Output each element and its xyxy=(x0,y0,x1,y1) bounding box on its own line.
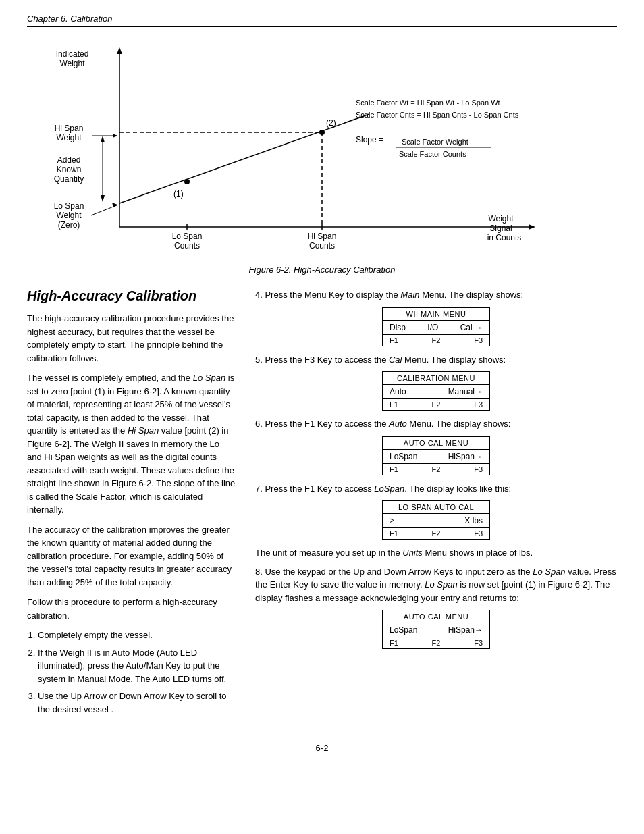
lo-span-row: > X lbs xyxy=(383,514,489,528)
menu-box-wii-main: WII MAIN MENU Disp I/O Cal → F1 F2 F3 xyxy=(382,307,490,346)
hi-span-italic: Hi Span xyxy=(128,425,159,436)
svg-point-10 xyxy=(319,130,325,135)
step-6-text: 6. Press the F1 Key to access the Auto M… xyxy=(255,417,617,431)
calibration-chart: Indicated Weight Hi Span Weight Added Kn… xyxy=(32,38,612,261)
svg-text:Hi Span: Hi Span xyxy=(308,232,337,241)
svg-text:Scale Factor Counts: Scale Factor Counts xyxy=(399,150,466,158)
step-1: Completely empty the vessel. xyxy=(38,629,236,642)
main-content: High-Accuracy Calibration The high-accur… xyxy=(27,288,617,723)
menu-box-cal: CALIBRATION MENU Auto Manual→ F1 F2 F3 xyxy=(382,371,490,411)
cal-title: CALIBRATION MENU xyxy=(383,372,489,385)
chapter-header: Chapter 6. Calibration xyxy=(27,14,617,27)
step-7-text: 7. Press the F1 Key to access LoSpan. Th… xyxy=(255,482,617,496)
svg-text:Weight: Weight xyxy=(56,133,82,142)
menu-box-auto-cal-wrap: AUTO CAL MENU LoSpan HiSpan→ F1 F2 F3 xyxy=(255,436,617,475)
wii-main-fkeys: F1 F2 F3 xyxy=(383,335,489,346)
wii-main-row: Disp I/O Cal → xyxy=(383,321,489,335)
step-3: Use the Up Arrow or Down Arrow Key to sc… xyxy=(38,689,236,716)
figure-caption: Figure 6-2. High-Accuracy Calibration xyxy=(27,265,617,275)
svg-text:Signal: Signal xyxy=(489,224,512,233)
svg-text:Lo Span: Lo Span xyxy=(172,232,203,241)
svg-text:Hi Span: Hi Span xyxy=(55,124,84,133)
menu-box-auto-cal: AUTO CAL MENU LoSpan HiSpan→ F1 F2 F3 xyxy=(382,436,490,475)
auto-cal2-row: LoSpan HiSpan→ xyxy=(383,623,489,637)
auto-cal2-fkeys: F1 F2 F3 xyxy=(383,637,489,648)
step-4-text: 4. Press the Menu Key to display the Mai… xyxy=(255,288,617,302)
svg-text:Weight: Weight xyxy=(488,214,514,224)
menu-box-lo-span-wrap: LO SPAN AUTO CAL > X lbs F1 F2 F3 xyxy=(255,500,617,540)
svg-text:Added: Added xyxy=(57,155,81,165)
menu-box-auto-cal2-wrap: AUTO CAL MENU LoSpan HiSpan→ F1 F2 F3 xyxy=(255,610,617,649)
svg-text:Weight: Weight xyxy=(59,59,85,68)
svg-text:Scale Factor Wt = Hi Span Wt -: Scale Factor Wt = Hi Span Wt - Lo Span W… xyxy=(356,99,500,107)
svg-text:in Counts: in Counts xyxy=(487,233,522,242)
step-2: If the Weigh II is in Auto Mode (Auto LE… xyxy=(38,646,236,686)
svg-marker-2 xyxy=(117,47,122,54)
page-number: 6-2 xyxy=(27,743,617,753)
svg-text:(2): (2) xyxy=(326,118,336,128)
svg-text:Counts: Counts xyxy=(174,241,200,251)
svg-marker-16 xyxy=(113,134,117,138)
svg-text:(Zero): (Zero) xyxy=(58,220,80,230)
auto-cal2-title: AUTO CAL MENU xyxy=(383,610,489,623)
svg-marker-22 xyxy=(101,195,105,202)
auto-cal-title: AUTO CAL MENU xyxy=(383,437,489,450)
wii-main-title: WII MAIN MENU xyxy=(383,308,489,321)
left-column: High-Accuracy Calibration The high-accur… xyxy=(27,288,236,723)
svg-marker-3 xyxy=(529,224,535,230)
chapter-title: Chapter 6. Calibration xyxy=(27,14,112,24)
svg-text:Counts: Counts xyxy=(309,241,335,251)
svg-marker-21 xyxy=(101,136,105,142)
section-title: High-Accuracy Calibration xyxy=(27,288,236,304)
menu-box-wii-main-wrap: WII MAIN MENU Disp I/O Cal → F1 F2 F3 xyxy=(255,307,617,346)
svg-text:Quantity: Quantity xyxy=(54,174,84,184)
svg-point-9 xyxy=(184,179,190,184)
step-5-text: 5. Press the F3 Key to access the Cal Me… xyxy=(255,353,617,367)
svg-line-26 xyxy=(91,205,117,215)
cal-row: Auto Manual→ xyxy=(383,385,489,399)
svg-text:(1): (1) xyxy=(173,189,184,199)
steps-list-left: Completely empty the vessel. If the Weig… xyxy=(38,629,236,716)
lo-span-title: LO SPAN AUTO CAL xyxy=(383,501,489,514)
paragraph-2: The vessel is completely emptied, and th… xyxy=(27,371,236,517)
step-9-text: 8. Use the keypad or the Up and Down Arr… xyxy=(255,565,617,605)
svg-text:Slope =: Slope = xyxy=(356,135,383,145)
auto-cal-fkeys: F1 F2 F3 xyxy=(383,464,489,475)
svg-text:Scale Factor Weight: Scale Factor Weight xyxy=(402,138,468,146)
paragraph-3: The accuracy of the calibration improves… xyxy=(27,523,236,590)
menu-box-auto-cal2: AUTO CAL MENU LoSpan HiSpan→ F1 F2 F3 xyxy=(382,610,490,649)
svg-text:Weight: Weight xyxy=(56,211,82,220)
lo-span-italic: Lo Span xyxy=(193,373,225,383)
figure-container: Indicated Weight Hi Span Weight Added Kn… xyxy=(27,38,617,275)
lo-span-fkeys: F1 F2 F3 xyxy=(383,528,489,539)
figure-svg-wrap: Indicated Weight Hi Span Weight Added Kn… xyxy=(27,38,617,261)
right-column: 4. Press the Menu Key to display the Mai… xyxy=(255,288,617,723)
svg-text:Scale Factor Cnts = Hi Span Cn: Scale Factor Cnts = Hi Span Cnts - Lo Sp… xyxy=(356,111,519,119)
step-8-note: The unit of measure you set up in the Un… xyxy=(255,546,617,560)
svg-text:Lo Span: Lo Span xyxy=(54,201,84,211)
svg-text:Indicated: Indicated xyxy=(56,49,89,59)
paragraph-1: The high-accuracy calibration procedure … xyxy=(27,312,236,365)
menu-box-cal-wrap: CALIBRATION MENU Auto Manual→ F1 F2 F3 xyxy=(255,371,617,411)
paragraph-4: Follow this procedure to perform a high-… xyxy=(27,596,236,622)
auto-cal-row: LoSpan HiSpan→ xyxy=(383,450,489,464)
menu-box-lo-span: LO SPAN AUTO CAL > X lbs F1 F2 F3 xyxy=(382,500,490,540)
svg-text:Known: Known xyxy=(57,165,82,174)
cal-fkeys: F1 F2 F3 xyxy=(383,399,489,410)
